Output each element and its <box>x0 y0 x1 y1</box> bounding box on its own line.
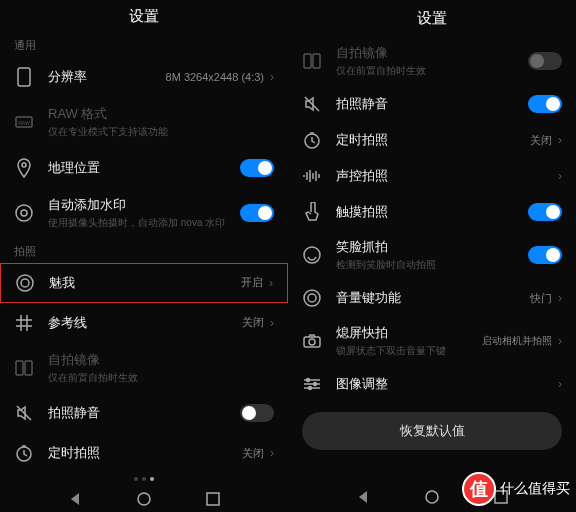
svg-point-21 <box>307 379 310 382</box>
row-geo[interactable]: 地理位置 <box>0 148 288 188</box>
nav-back-icon[interactable] <box>63 487 87 511</box>
chevron-right-icon: › <box>558 334 562 348</box>
toggle-mirror-right[interactable] <box>528 52 562 70</box>
left-screen: 设置 通用 分辨率 8M 3264x2448 (4:3) › RAW RAW 格… <box>0 0 288 512</box>
svg-point-7 <box>21 279 29 287</box>
smile-icon <box>302 245 322 265</box>
row-timer-right[interactable]: 定时拍照 关闭 › <box>288 122 576 158</box>
svg-rect-9 <box>25 361 32 375</box>
chevron-right-icon: › <box>270 70 274 84</box>
chevron-right-icon: › <box>270 316 274 330</box>
location-icon <box>14 158 34 178</box>
restore-defaults-button[interactable]: 恢复默认值 <box>302 412 562 450</box>
svg-rect-8 <box>16 361 23 375</box>
svg-point-23 <box>309 387 312 390</box>
toggle-touch[interactable] <box>528 203 562 221</box>
svg-point-3 <box>22 163 26 167</box>
row-mirror-left: 自拍镜像仅在前置自拍时生效 <box>0 343 288 393</box>
svg-rect-14 <box>313 54 320 68</box>
svg-point-6 <box>17 275 33 291</box>
navbar-left <box>0 485 288 512</box>
mirror-icon <box>14 358 34 378</box>
toggle-mute-right[interactable] <box>528 95 562 113</box>
svg-point-5 <box>21 210 27 216</box>
svg-point-20 <box>309 339 315 345</box>
toggle-smile[interactable] <box>528 246 562 264</box>
mute-icon <box>302 94 322 114</box>
chevron-right-icon: › <box>558 377 562 391</box>
svg-rect-12 <box>207 493 219 505</box>
toggle-mute-left[interactable] <box>240 404 274 422</box>
row-smile[interactable]: 笑脸抓拍检测到笑脸时自动拍照 <box>288 230 576 280</box>
nav-back-icon[interactable] <box>351 485 375 509</box>
chevron-right-icon: › <box>269 276 273 290</box>
svg-text:RAW: RAW <box>18 120 30 126</box>
chevron-right-icon: › <box>270 446 274 460</box>
row-volkey[interactable]: 音量键功能 快门 › <box>288 280 576 316</box>
resolution-icon <box>14 67 34 87</box>
row-meiwo[interactable]: 魅我 开启 › <box>0 263 288 303</box>
svg-point-17 <box>304 290 320 306</box>
page-dots <box>0 473 288 485</box>
page-title: 设置 <box>288 0 576 36</box>
volume-key-icon <box>302 288 322 308</box>
row-mute-right[interactable]: 拍照静音 <box>288 86 576 122</box>
svg-rect-13 <box>304 54 311 68</box>
camera-icon <box>302 331 322 351</box>
right-screen: 设置 自拍镜像仅在前置自拍时生效 拍照静音 定时拍照 关闭 › 声控拍照 › 触… <box>288 0 576 512</box>
timer-icon <box>302 130 322 150</box>
svg-rect-0 <box>18 68 30 86</box>
mute-icon <box>14 403 34 423</box>
section-photo: 拍照 <box>0 238 288 263</box>
face-icon <box>15 273 35 293</box>
row-watermark[interactable]: 自动添加水印使用摄像头拍摄时，自动添加 nova 水印 <box>0 188 288 238</box>
timer-icon <box>14 443 34 463</box>
nav-home-icon[interactable] <box>420 485 444 509</box>
watermark-badge: 值 什么值得买 <box>462 472 570 506</box>
chevron-right-icon: › <box>558 169 562 183</box>
nav-recent-icon[interactable] <box>201 487 225 511</box>
section-general: 通用 <box>0 32 288 57</box>
svg-point-24 <box>426 491 438 503</box>
raw-icon: RAW <box>14 112 34 132</box>
badge-logo-icon: 值 <box>462 472 496 506</box>
chevron-right-icon: › <box>558 133 562 147</box>
svg-point-22 <box>314 383 317 386</box>
grid-icon <box>14 313 34 333</box>
row-resolution[interactable]: 分辨率 8M 3264x2448 (4:3) › <box>0 57 288 97</box>
nav-home-icon[interactable] <box>132 487 156 511</box>
row-timer-left[interactable]: 定时拍照 关闭 › <box>0 433 288 473</box>
row-touch[interactable]: 触摸拍照 <box>288 194 576 230</box>
row-raw: RAW RAW 格式仅在专业模式下支持该功能 <box>0 97 288 147</box>
touch-icon <box>302 202 322 222</box>
row-voice[interactable]: 声控拍照 › <box>288 158 576 194</box>
row-grid[interactable]: 参考线 关闭 › <box>0 303 288 343</box>
page-title: 设置 <box>0 0 288 32</box>
chevron-right-icon: › <box>558 291 562 305</box>
row-adjust[interactable]: 图像调整 › <box>288 366 576 402</box>
voice-icon <box>302 166 322 186</box>
row-mirror-right: 自拍镜像仅在前置自拍时生效 <box>288 36 576 86</box>
row-mute-left[interactable]: 拍照静音 <box>0 393 288 433</box>
watermark-icon <box>14 203 34 223</box>
svg-point-11 <box>138 493 150 505</box>
row-quickshot[interactable]: 熄屏快拍锁屏状态下双击音量下键 启动相机并拍照 › <box>288 316 576 366</box>
mirror-icon <box>302 51 322 71</box>
toggle-watermark[interactable] <box>240 204 274 222</box>
sliders-icon <box>302 374 322 394</box>
svg-point-4 <box>16 205 32 221</box>
svg-point-18 <box>308 294 316 302</box>
toggle-geo[interactable] <box>240 159 274 177</box>
